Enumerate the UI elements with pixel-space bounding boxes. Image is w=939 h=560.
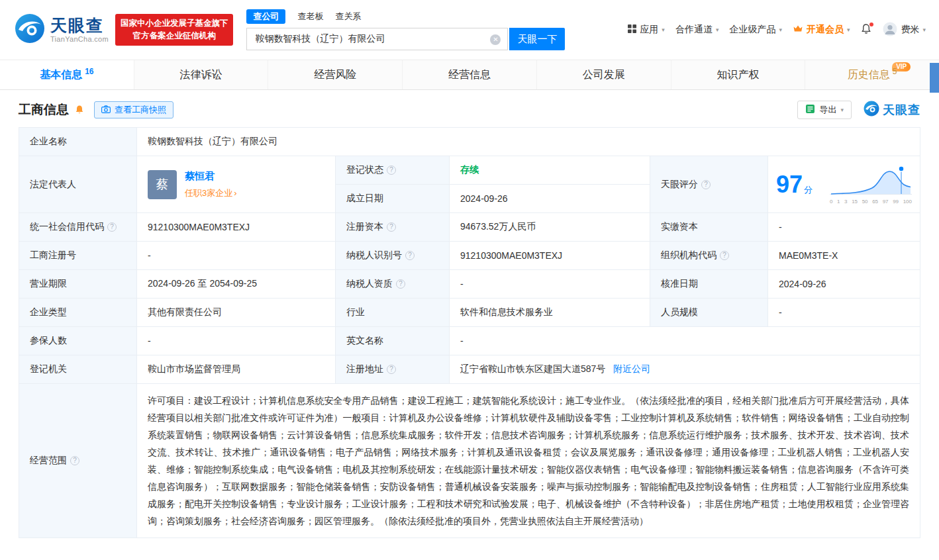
help-icon[interactable]: ? xyxy=(720,251,729,260)
reg-number-label: 工商注册号 xyxy=(30,250,76,261)
legal-rep-label: 法定代表人 xyxy=(30,179,76,191)
paid-capital-label: 实缴资本 xyxy=(661,221,698,233)
business-info-table: 企业名称 鞍钢数智科技（辽宁）有限公司 法定代表人 蔡 蔡恒君 任职3家企业› … xyxy=(19,127,920,538)
score-value: 97 xyxy=(776,171,803,198)
axis-tick: 1 xyxy=(837,199,840,205)
table-row: 经营范围? 许可项目：建设工程设计；计算机信息系统安全专用产品销售；建设工程施工… xyxy=(19,384,920,538)
credit-code-value: 91210300MAE0M3TEXJ xyxy=(137,213,336,242)
reg-number-value: - xyxy=(137,242,336,270)
business-scope-label: 经营范围 xyxy=(30,455,67,467)
nav-cooperation[interactable]: 合作通道 ▾ xyxy=(675,24,719,36)
tab-legal-proceedings[interactable]: 法律诉讼 xyxy=(134,60,268,89)
tab-basic-info[interactable]: 基本信息 16 xyxy=(0,60,134,89)
search-tab-company[interactable]: 查公司 xyxy=(246,9,285,24)
tianyancha-watermark: 天眼查 xyxy=(864,101,920,119)
logo-title: 天眼查 xyxy=(50,17,109,35)
english-name-label: 英文名称 xyxy=(346,335,383,347)
chevron-down-icon: ▾ xyxy=(662,26,665,33)
score-widget[interactable]: 97分 0 1 3 15 50 xyxy=(776,164,912,205)
badge-line1: 国家中小企业发展子基金旗下 xyxy=(121,17,228,30)
company-type-label: 企业类型 xyxy=(30,306,67,318)
tab-intellectual-property[interactable]: 知识产权 xyxy=(671,60,805,89)
score-unit: 分 xyxy=(804,185,813,195)
taxpayer-id-label: 纳税人识别号 xyxy=(346,250,402,261)
scrollbar-thumb[interactable] xyxy=(930,63,939,93)
help-icon[interactable]: ? xyxy=(387,222,396,232)
insured-count-label: 参保人数 xyxy=(30,335,67,347)
search-button[interactable]: 天眼一下 xyxy=(509,28,565,50)
taxpayer-id-value: 91210300MAE0M3TEXJ xyxy=(450,242,650,270)
tab-company-development[interactable]: 公司发展 xyxy=(536,60,671,89)
nearby-companies-link[interactable]: 附近公司 xyxy=(613,363,650,374)
reg-address-label-cell: 注册地址? xyxy=(336,355,450,384)
tab-label: 法律诉讼 xyxy=(180,68,222,82)
tab-business-info[interactable]: 经营信息 xyxy=(402,60,536,89)
help-icon[interactable]: ? xyxy=(70,456,79,465)
company-type-label-cell: 企业类型 xyxy=(19,299,137,327)
tianyancha-watermark-label: 天眼查 xyxy=(883,102,920,118)
tianyancha-logo[interactable]: 天眼查 TianYanCha.com xyxy=(15,13,109,46)
reg-address-cell: 辽宁省鞍山市铁东区建国大道587号 附近公司 xyxy=(450,355,920,384)
chevron-down-icon: ▾ xyxy=(840,107,844,113)
camera-icon xyxy=(101,105,111,115)
axis-tick: 99 xyxy=(893,199,899,205)
export-button[interactable]: 导出 ▾ xyxy=(797,101,852,119)
company-tab-nav: 基本信息 16 法律诉讼 经营风险 经营信息 公司发展 知识产权 VIP 历史信… xyxy=(0,60,939,90)
score-cell: 97分 0 1 3 15 50 xyxy=(768,156,920,213)
chevron-down-icon: ▾ xyxy=(922,26,926,33)
nav-apps-label: 应用 xyxy=(640,24,658,36)
table-row: 营业期限 2024-09-26 至 2054-09-25 纳税人资质? - 核准… xyxy=(19,270,920,299)
business-term-value: 2024-09-26 至 2054-09-25 xyxy=(137,270,336,299)
table-row: 企业名称 鞍钢数智科技（辽宁）有限公司 xyxy=(19,128,920,156)
company-name-value: 鞍钢数智科技（辽宁）有限公司 xyxy=(137,128,920,156)
reg-status-label-cell: 登记状态? xyxy=(336,156,450,185)
reg-status-value: 存续 xyxy=(460,164,479,175)
nav-open-vip[interactable]: 开通会员 ▾ xyxy=(793,24,850,36)
nav-enterprise-products[interactable]: 企业级产品 ▾ xyxy=(729,24,782,36)
nav-apps[interactable]: 应用 ▾ xyxy=(628,24,665,36)
legal-rep-label-cell: 法定代表人 xyxy=(19,156,137,213)
tab-label: 基本信息 xyxy=(40,68,82,82)
paid-capital-label-cell: 实缴资本 xyxy=(650,213,768,242)
help-icon[interactable]: ? xyxy=(107,222,117,232)
axis-tick: 15 xyxy=(852,199,858,205)
legal-rep-companies-link[interactable]: 任职3家企业› xyxy=(185,187,237,199)
search-input[interactable] xyxy=(247,28,507,50)
axis-tick: 3 xyxy=(844,199,847,205)
nav-notifications[interactable] xyxy=(860,23,872,37)
legal-rep-cell: 蔡 蔡恒君 任职3家企业› xyxy=(137,156,336,213)
industry-label: 行业 xyxy=(346,306,365,318)
reg-capital-label-cell: 注册资本? xyxy=(336,213,450,242)
industry-value: 软件和信息技术服务业 xyxy=(450,299,650,327)
snapshot-button-label: 查看工商快照 xyxy=(115,104,166,116)
reg-status-label: 登记状态 xyxy=(346,164,383,176)
taxpayer-quality-label-cell: 纳税人资质? xyxy=(336,270,450,299)
score-curve xyxy=(830,164,912,196)
tab-label: 历史信息 xyxy=(848,68,890,82)
established-label: 成立日期 xyxy=(346,193,383,205)
help-icon[interactable]: ? xyxy=(387,365,396,374)
search-tab-boss[interactable]: 查老板 xyxy=(297,10,323,23)
section-title: 工商信息 xyxy=(19,101,69,118)
search-tab-relation[interactable]: 查关系 xyxy=(335,10,361,23)
help-icon[interactable]: ? xyxy=(405,251,415,260)
snapshot-button[interactable]: 查看工商快照 xyxy=(94,101,173,118)
nav-user[interactable]: 费米 ▾ xyxy=(883,22,926,38)
approval-date-value: 2024-09-26 xyxy=(768,270,920,299)
tab-label: 经营信息 xyxy=(448,68,491,82)
score-label-cell: 天眼评分? xyxy=(650,156,768,213)
legal-rep-avatar[interactable]: 蔡 xyxy=(148,170,177,199)
legal-rep-name-link[interactable]: 蔡恒君 xyxy=(185,170,237,183)
org-code-label-cell: 组织机构代码? xyxy=(650,242,768,270)
notification-dot xyxy=(869,23,873,26)
help-icon[interactable]: ? xyxy=(387,165,396,175)
subscribe-bell-icon[interactable] xyxy=(74,105,85,115)
tab-history-info[interactable]: VIP 历史信息 5 xyxy=(805,60,939,89)
reg-number-label-cell: 工商注册号 xyxy=(19,242,137,270)
tab-business-risk[interactable]: 经营风险 xyxy=(268,60,402,89)
nav-vip-label: 开通会员 xyxy=(807,24,844,36)
business-term-label-cell: 营业期限 xyxy=(19,270,137,299)
help-icon[interactable]: ? xyxy=(701,180,711,189)
help-icon[interactable]: ? xyxy=(396,279,405,289)
score-label: 天眼评分 xyxy=(661,179,698,191)
